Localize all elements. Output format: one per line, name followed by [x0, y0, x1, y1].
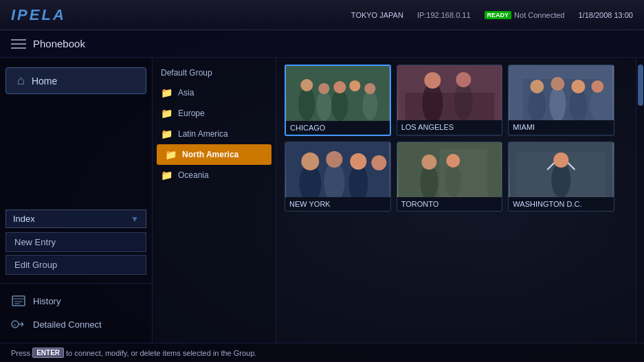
- folder-icon-latin: 📁: [161, 128, 173, 139]
- index-dropdown[interactable]: Index ▼: [5, 210, 146, 228]
- group-item-north-america[interactable]: 📁 North America: [157, 144, 271, 165]
- folder-icon-europe: 📁: [161, 108, 173, 119]
- svg-point-11: [300, 79, 313, 91]
- status-text-before: Press: [11, 349, 30, 357]
- svg-point-31: [551, 77, 565, 91]
- group-label-latin: Latin America: [178, 129, 228, 139]
- svg-point-33: [572, 80, 586, 93]
- phonebook-title: Phonebook: [33, 38, 85, 49]
- dropdown-arrow-icon: ▼: [131, 214, 139, 224]
- group-label-asia: Asia: [178, 88, 194, 98]
- contact-thumb-new-york: [285, 142, 390, 197]
- svg-point-19: [364, 83, 375, 94]
- phonebook-icon: [11, 38, 26, 50]
- status-text: Not Connected: [514, 11, 564, 19]
- group-label-europe: Europe: [178, 109, 205, 118]
- header-location: TOKYO JAPAN: [351, 11, 403, 19]
- svg-point-50: [446, 154, 460, 168]
- phonebook-bar: Phonebook: [0, 30, 644, 58]
- header: IPELA TOKYO JAPAN IP:192.168.0.11 READY …: [0, 0, 644, 30]
- contact-name-los-angeles: LOS ANGELES: [397, 120, 502, 134]
- history-label: History: [33, 296, 60, 306]
- history-nav-item[interactable]: History: [0, 289, 152, 313]
- contacts-grid: CHICAGO LOS AN: [285, 65, 614, 212]
- folder-icon-asia: 📁: [161, 87, 173, 98]
- detailed-connect-icon: +: [11, 318, 26, 330]
- svg-point-13: [318, 83, 329, 94]
- svg-point-12: [316, 91, 331, 121]
- sidebar-bottom: History + Detailed Connect: [0, 283, 152, 336]
- home-icon: ⌂: [17, 73, 25, 88]
- svg-point-49: [445, 163, 461, 197]
- group-label-default: Default Group: [161, 68, 212, 78]
- svg-point-38: [301, 152, 319, 170]
- svg-point-24: [456, 72, 471, 87]
- svg-point-40: [326, 151, 342, 168]
- sidebar: ⌂ Home Index ▼ New Entry Edit Group Hi: [0, 58, 153, 343]
- contact-card-chicago[interactable]: CHICAGO: [285, 65, 391, 136]
- detailed-connect-label: Detailed Connect: [33, 319, 102, 330]
- contact-thumb-miami: [509, 65, 614, 120]
- folder-icon-north: 📁: [165, 149, 177, 160]
- svg-text:+: +: [13, 322, 16, 328]
- contact-name-chicago: CHICAGO: [286, 121, 390, 135]
- logo: IPELA: [11, 6, 66, 24]
- group-label-oceania: Oceania: [178, 170, 209, 180]
- svg-point-15: [333, 81, 346, 93]
- new-entry-button[interactable]: New Entry: [5, 232, 146, 252]
- contact-card-los-angeles[interactable]: LOS ANGELES: [397, 65, 503, 136]
- svg-rect-25: [405, 93, 494, 120]
- contact-thumb-chicago: [286, 66, 390, 121]
- edit-group-button[interactable]: Edit Group: [5, 255, 146, 275]
- svg-point-17: [349, 80, 360, 91]
- status-badge: READY Not Connected: [485, 11, 565, 19]
- svg-point-44: [371, 155, 386, 170]
- contact-thumb-washington: [509, 142, 614, 197]
- status-bar: Press ENTER to connect, modify, or delet…: [0, 343, 644, 362]
- contact-name-toronto: TORONTO: [397, 197, 502, 211]
- svg-point-16: [348, 88, 362, 121]
- svg-point-56: [554, 152, 569, 168]
- svg-point-18: [362, 90, 377, 120]
- groups-panel: Default Group 📁 Asia 📁 Europe 📁 Latin Am…: [153, 58, 276, 343]
- history-icon: [11, 295, 26, 307]
- index-label: Index: [13, 214, 35, 224]
- folder-icon-oceania: 📁: [161, 170, 173, 181]
- svg-point-29: [531, 80, 544, 93]
- svg-point-30: [550, 86, 566, 120]
- svg-rect-0: [12, 296, 25, 306]
- group-item-default[interactable]: Default Group: [153, 63, 276, 82]
- contact-card-washington[interactable]: WASHINGTON D.C.: [508, 142, 614, 212]
- group-item-europe[interactable]: 📁 Europe: [153, 103, 276, 124]
- group-item-asia[interactable]: 📁 Asia: [153, 82, 276, 103]
- home-label: Home: [32, 76, 57, 87]
- contact-card-toronto[interactable]: TORONTO: [397, 142, 503, 212]
- home-button[interactable]: ⌂ Home: [5, 67, 146, 94]
- enter-key-badge: ENTER: [32, 348, 64, 358]
- group-item-latin-america[interactable]: 📁 Latin America: [153, 124, 276, 144]
- contact-thumb-los-angeles: [397, 65, 502, 120]
- header-ip: IP:192.168.0.11: [417, 11, 471, 19]
- contact-card-miami[interactable]: MIAMI: [508, 65, 614, 136]
- scrollbar-thumb[interactable]: [638, 65, 643, 106]
- svg-point-22: [424, 72, 441, 89]
- group-label-north: North America: [182, 150, 238, 159]
- svg-point-14: [331, 89, 348, 121]
- header-center: TOKYO JAPAN IP:192.168.0.11 READY Not Co…: [351, 11, 633, 19]
- group-item-oceania[interactable]: 📁 Oceania: [153, 165, 276, 185]
- svg-point-48: [421, 155, 436, 170]
- contact-thumb-toronto: [397, 142, 502, 197]
- main-layout: ⌂ Home Index ▼ New Entry Edit Group Hi: [0, 58, 644, 343]
- status-text-after: to connect, modify, or delete items sele…: [66, 349, 256, 357]
- scrollbar-track[interactable]: [636, 58, 644, 343]
- svg-point-10: [298, 87, 315, 121]
- svg-point-35: [592, 80, 604, 93]
- contact-card-new-york[interactable]: NEW YORK: [285, 142, 391, 212]
- header-datetime: 1/18/2008 13:00: [578, 11, 633, 19]
- status-ready-badge: READY: [485, 11, 512, 19]
- svg-point-34: [590, 89, 606, 120]
- contacts-area: CHICAGO LOS AN: [276, 58, 636, 343]
- detailed-connect-nav-item[interactable]: + Detailed Connect: [0, 313, 152, 336]
- contact-name-washington: WASHINGTON D.C.: [509, 197, 614, 211]
- contact-name-miami: MIAMI: [509, 120, 614, 134]
